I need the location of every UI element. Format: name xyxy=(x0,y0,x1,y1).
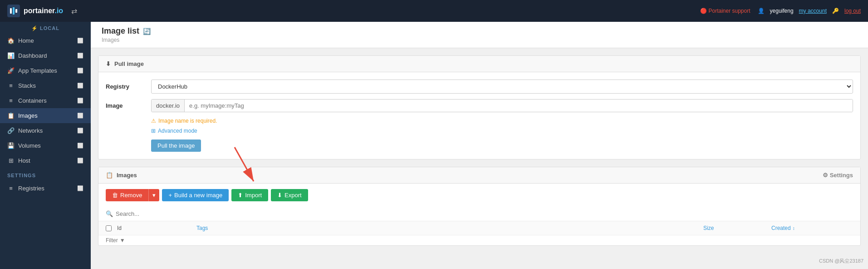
sidebar-item-stacks-left: ≡ Stacks xyxy=(7,82,36,89)
import-icon: ⬆ xyxy=(238,192,243,199)
sidebar-item-registries[interactable]: ≡ Registries ⬜ xyxy=(0,181,91,196)
registry-control: DockerHub xyxy=(151,80,853,94)
images-nav-icon: ⬜ xyxy=(77,113,83,119)
content-area: Image list 🔄 Images ⬇ Pull image Registr… xyxy=(91,22,868,269)
images-settings-gear[interactable]: ⚙ Settings xyxy=(823,172,853,179)
sidebar-item-app-templates-left: 🚀 App Templates xyxy=(7,67,57,74)
page-title-row: Image list 🔄 xyxy=(102,26,857,36)
sidebar-item-volumes[interactable]: 💾 Volumes ⬜ xyxy=(0,138,91,153)
settings-section-label: SETTINGS xyxy=(0,168,91,181)
import-button[interactable]: ⬆ Import xyxy=(231,189,268,201)
sidebar-item-networks-left: 🔗 Networks xyxy=(7,127,43,134)
advanced-mode-link[interactable]: ⊞ Advanced mode xyxy=(151,128,853,134)
svg-rect-2 xyxy=(13,7,15,15)
volumes-nav-icon: ⬜ xyxy=(77,143,83,149)
plus-icon: + xyxy=(168,192,172,199)
host-icon: ⊞ xyxy=(7,157,15,164)
images-toolbar: 🗑 Remove ▾ + Build a new image ⬆ Import … xyxy=(98,184,860,207)
image-prefix: docker.io xyxy=(152,100,185,112)
image-text-input[interactable] xyxy=(185,100,853,112)
home-nav-icon: ⬜ xyxy=(77,38,83,44)
sidebar-item-networks[interactable]: 🔗 Networks ⬜ xyxy=(0,123,91,138)
user-area: 👤 yeguifeng my account 🔑 log out xyxy=(758,8,861,14)
filter-icon: ▼ xyxy=(120,237,125,244)
user-avatar-icon: 👤 xyxy=(758,8,765,14)
build-new-image-button[interactable]: + Build a new image xyxy=(162,189,229,201)
dashboard-icon: 📊 xyxy=(7,52,15,59)
sidebar-item-app-templates[interactable]: 🚀 App Templates ⬜ xyxy=(0,63,91,78)
image-row: Image docker.io xyxy=(106,99,853,112)
support-link[interactable]: 🔴 Portainer support xyxy=(700,8,750,14)
header-left: portainer.io ⇄ xyxy=(7,5,77,17)
transfer-icon: ⇄ xyxy=(71,7,77,15)
validation-error: ⚠ Image name is required. xyxy=(151,118,853,124)
select-all-checkbox[interactable] xyxy=(106,225,112,231)
images-panel: 📋 Images ⚙ Settings xyxy=(98,167,861,246)
refresh-icon[interactable]: 🔄 xyxy=(143,28,151,35)
trash-icon: 🗑 xyxy=(112,192,118,199)
sidebar-item-images[interactable]: 📋 Images ⬜ xyxy=(0,108,91,123)
gear-icon: ⚙ xyxy=(823,172,828,179)
col-tags-header[interactable]: Tags xyxy=(196,225,703,231)
pull-image-panel-header: ⬇ Pull image xyxy=(98,56,860,72)
registry-row: Registry DockerHub xyxy=(106,80,853,94)
sidebar-item-host[interactable]: ⊞ Host ⬜ xyxy=(0,153,91,168)
sidebar-item-images-left: 📋 Images xyxy=(7,112,38,119)
pull-image-panel-body: Registry DockerHub Image docker.io xyxy=(98,72,860,159)
main-layout: ⚡ LOCAL 🏠 Home ⬜ 📊 Dashboard ⬜ 🚀 App Tem… xyxy=(0,22,868,269)
export-button[interactable]: ⬇ Export xyxy=(271,189,308,201)
image-control: docker.io xyxy=(151,99,853,112)
page-title: Image list xyxy=(102,26,139,36)
remove-btn-group: 🗑 Remove ▾ xyxy=(106,189,159,201)
volumes-icon: 💾 xyxy=(7,142,15,149)
registry-select[interactable]: DockerHub xyxy=(151,80,853,94)
host-nav-icon: ⬜ xyxy=(77,158,83,164)
export-icon: ⬇ xyxy=(277,192,282,199)
col-size-header[interactable]: Size xyxy=(703,225,771,231)
page-subtitle: Images xyxy=(102,37,857,43)
logout-icon: 🔑 xyxy=(832,8,839,14)
pull-btn-area: Pull the image xyxy=(151,139,853,152)
logout-link[interactable]: log out xyxy=(844,8,861,14)
image-input-group: docker.io xyxy=(151,99,853,112)
error-circle-icon: 🔴 xyxy=(700,8,707,14)
app-templates-nav-icon: ⬜ xyxy=(77,68,83,74)
sidebar-item-dashboard[interactable]: 📊 Dashboard ⬜ xyxy=(0,48,91,63)
search-input[interactable] xyxy=(116,210,853,217)
images-panel-icon: 📋 xyxy=(106,172,113,179)
registry-label: Registry xyxy=(106,83,151,90)
local-section-header: ⚡ LOCAL xyxy=(0,22,91,33)
top-header: portainer.io ⇄ 🔴 Portainer support 👤 yeg… xyxy=(0,0,868,22)
networks-nav-icon: ⬜ xyxy=(77,128,83,134)
logo[interactable]: portainer.io xyxy=(7,5,63,17)
filter-area: Filter ▼ xyxy=(98,235,860,245)
sidebar-item-containers[interactable]: ≡ Containers ⬜ xyxy=(0,93,91,108)
page-header: Image list 🔄 Images xyxy=(91,22,868,48)
remove-button[interactable]: 🗑 Remove xyxy=(106,189,148,201)
sidebar-item-registries-left: ≡ Registries xyxy=(7,185,44,192)
grid-icon: ⊞ xyxy=(151,128,156,134)
sidebar-item-home[interactable]: 🏠 Home ⬜ xyxy=(0,33,91,48)
col-id-header: Id xyxy=(106,225,196,231)
sidebar-item-host-left: ⊞ Host xyxy=(7,157,30,164)
portainer-logo-icon xyxy=(7,5,20,17)
images-panel-header: 📋 Images ⚙ Settings xyxy=(98,167,860,184)
pull-image-panel: ⬇ Pull image Registry DockerHub Image xyxy=(98,55,861,159)
sidebar-item-dashboard-left: 📊 Dashboard xyxy=(7,52,47,59)
image-label: Image xyxy=(106,102,151,109)
sidebar-item-home-left: 🏠 Home xyxy=(7,37,34,44)
account-link[interactable]: my account xyxy=(799,8,827,14)
dashboard-nav-icon: ⬜ xyxy=(77,53,83,59)
sidebar-item-volumes-left: 💾 Volumes xyxy=(7,142,41,149)
remove-dropdown-button[interactable]: ▾ xyxy=(148,189,159,201)
sidebar-item-stacks[interactable]: ≡ Stacks ⬜ xyxy=(0,78,91,93)
stacks-icon: ≡ xyxy=(7,82,15,89)
images-panel-header-left: 📋 Images xyxy=(106,172,137,179)
stacks-nav-icon: ⬜ xyxy=(77,83,83,89)
col-created-header[interactable]: Created ↕ xyxy=(771,225,853,231)
sidebar: ⚡ LOCAL 🏠 Home ⬜ 📊 Dashboard ⬜ 🚀 App Tem… xyxy=(0,22,91,269)
pull-image-button[interactable]: Pull the image xyxy=(151,139,201,152)
app-templates-icon: 🚀 xyxy=(7,67,15,74)
username-display: yeguifeng xyxy=(770,8,794,14)
registries-icon: ≡ xyxy=(7,185,15,192)
